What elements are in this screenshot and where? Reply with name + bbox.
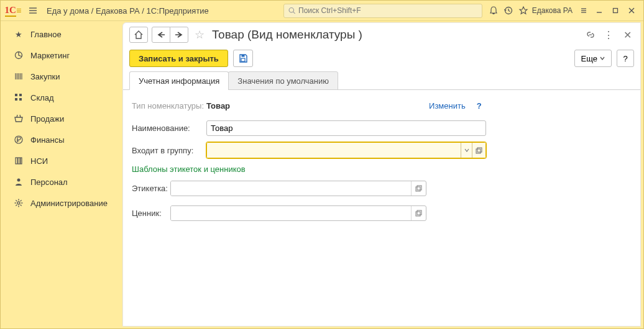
barcode-icon xyxy=(12,71,25,81)
menu-icon[interactable] xyxy=(25,3,40,18)
home-icon xyxy=(134,30,144,40)
maximize-button[interactable] xyxy=(607,2,623,19)
change-link[interactable]: Изменить xyxy=(429,101,466,110)
open-dialog-icon xyxy=(415,210,422,217)
svg-rect-40 xyxy=(476,149,481,153)
svg-rect-21 xyxy=(15,98,17,101)
bell-icon[interactable] xyxy=(486,3,501,18)
sidebar-item-label: Главное xyxy=(30,30,62,39)
sidebar-item-personnel[interactable]: Персонал xyxy=(1,171,122,192)
history-icon[interactable] xyxy=(501,3,516,18)
templates-section-title: Шаблоны этикеток и ценников xyxy=(132,164,632,174)
pie-icon xyxy=(12,50,25,60)
svg-point-28 xyxy=(17,202,20,204)
sidebar-item-warehouse[interactable]: Склад xyxy=(1,87,122,108)
top-bar: 1C≡ Еда у дома / Едакова РА / 1С:Предпри… xyxy=(1,1,643,21)
sidebar-item-label: Маркетинг xyxy=(30,51,70,60)
home-button[interactable] xyxy=(129,27,148,43)
etiketka-input-wrap xyxy=(170,181,426,196)
etiketka-label: Этикетка: xyxy=(132,184,170,193)
svg-line-34 xyxy=(21,205,22,206)
back-button[interactable] xyxy=(152,27,170,43)
search-icon xyxy=(288,6,296,15)
svg-rect-43 xyxy=(417,186,421,190)
svg-rect-42 xyxy=(416,187,420,191)
window-close-button[interactable] xyxy=(623,2,640,19)
tab-default-values[interactable]: Значения по умолчанию xyxy=(228,71,338,90)
search-input[interactable] xyxy=(298,6,478,15)
group-open-button[interactable] xyxy=(472,143,485,158)
cennik-open-button[interactable] xyxy=(411,206,426,220)
tab-accounting-info[interactable]: Учетная информация xyxy=(129,71,229,90)
svg-line-4 xyxy=(293,12,295,14)
svg-rect-25 xyxy=(18,158,20,164)
link-icon[interactable] xyxy=(585,29,596,40)
kebab-icon[interactable]: ⋮ xyxy=(601,29,616,41)
svg-rect-45 xyxy=(417,210,421,215)
search-input-wrap[interactable] xyxy=(283,4,482,18)
group-dropdown-button[interactable] xyxy=(461,143,472,158)
sidebar-item-finance[interactable]: Финансы xyxy=(1,129,122,150)
page-title: Товар (Вид номенклатуры ) xyxy=(212,28,581,42)
svg-line-33 xyxy=(16,200,17,201)
svg-rect-22 xyxy=(19,98,22,101)
help-question-icon[interactable]: ? xyxy=(477,101,482,110)
toolbar: Записать и закрыть Еще ? xyxy=(123,47,640,70)
name-label: Наименование: xyxy=(132,124,206,133)
name-input[interactable] xyxy=(206,120,486,136)
svg-rect-24 xyxy=(16,158,17,164)
sidebar-item-label: Закупки xyxy=(30,72,60,81)
svg-rect-20 xyxy=(19,94,22,96)
star-icon: ★ xyxy=(12,30,25,39)
group-input[interactable] xyxy=(207,143,461,158)
help-button[interactable]: ? xyxy=(617,50,634,67)
minimize-button[interactable] xyxy=(591,2,607,19)
group-input-wrap xyxy=(206,142,486,158)
more-button[interactable]: Еще xyxy=(574,50,612,67)
sidebar-item-sales[interactable]: Продажи xyxy=(1,108,122,129)
save-button[interactable] xyxy=(233,50,253,67)
username-label: Едакова РА xyxy=(532,6,573,15)
sidebar-item-admin[interactable]: Администрирование xyxy=(1,192,122,214)
ruble-icon xyxy=(12,135,25,145)
svg-rect-38 xyxy=(241,58,245,61)
open-dialog-icon xyxy=(476,147,482,154)
close-icon[interactable]: ✕ xyxy=(621,29,634,41)
etiketka-input[interactable] xyxy=(171,181,411,196)
forward-button[interactable] xyxy=(170,27,188,43)
sidebar-item-label: Продажи xyxy=(30,114,64,124)
etiketka-open-button[interactable] xyxy=(411,181,426,196)
cennik-input-wrap xyxy=(170,205,426,221)
sidebar-item-label: Администрирование xyxy=(30,199,108,208)
svg-line-36 xyxy=(16,205,17,206)
write-close-button[interactable]: Записать и закрыть xyxy=(129,50,228,67)
star-icon[interactable] xyxy=(516,3,531,18)
sidebar-item-main[interactable]: ★Главное xyxy=(1,24,122,45)
gear-icon xyxy=(12,198,25,208)
type-value: Товар xyxy=(206,101,230,110)
sidebar-item-label: Персонал xyxy=(30,178,68,187)
sidebar-item-label: НСИ xyxy=(30,156,48,166)
user-menu-icon[interactable] xyxy=(576,3,591,18)
main-panel: ☆ Товар (Вид номенклатуры ) ⋮ ✕ Записать… xyxy=(122,22,641,327)
svg-rect-10 xyxy=(614,9,618,13)
arrow-right-icon xyxy=(174,31,184,38)
favorite-star-icon[interactable]: ☆ xyxy=(195,28,205,42)
svg-point-27 xyxy=(17,179,21,182)
sidebar-item-marketing[interactable]: Маркетинг xyxy=(1,45,122,66)
sidebar-item-purchases[interactable]: Закупки xyxy=(1,66,122,87)
app-logo: 1C≡ xyxy=(1,1,25,21)
chevron-down-icon xyxy=(464,148,469,153)
svg-rect-39 xyxy=(241,55,244,57)
svg-rect-26 xyxy=(21,158,22,164)
tabs: Учетная информация Значения по умолчанию xyxy=(123,70,640,90)
open-dialog-icon xyxy=(415,185,422,192)
grid-icon xyxy=(12,92,25,102)
cennik-input[interactable] xyxy=(171,206,411,220)
type-label: Тип номенклатуры: xyxy=(132,101,206,110)
more-label: Еще xyxy=(581,54,597,63)
form-area: Тип номенклатуры: Товар Изменить ? Наиме… xyxy=(123,90,640,232)
group-label: Входит в группу: xyxy=(132,146,206,155)
page-header: ☆ Товар (Вид номенклатуры ) ⋮ ✕ xyxy=(123,23,640,47)
sidebar-item-nsi[interactable]: НСИ xyxy=(1,150,122,171)
